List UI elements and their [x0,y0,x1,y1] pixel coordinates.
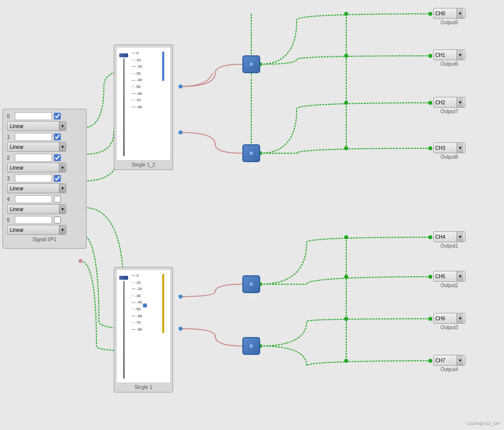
svg-point-16 [179,327,183,331]
svg-point-23 [428,317,432,321]
channel-4-row: 4 [7,195,82,203]
channel-4-input[interactable] [15,195,52,203]
linear-dropdown-1[interactable]: Linear ▼ [7,142,66,152]
output-ch5: CH5 ▼ Output2 [433,271,465,288]
signal-panel: 0 Linear ▼ 1 Linear ▼ 2 [2,109,87,249]
channel-2-check[interactable] [54,154,61,161]
channel-1-input[interactable] [15,133,52,141]
t1-block: T1 [242,55,260,73]
svg-point-36 [344,359,348,363]
ch0-label: Output5 [433,20,465,25]
svg-point-31 [344,146,348,150]
svg-point-32 [344,12,348,16]
main-canvas: 0 Linear ▼ 1 Linear ▼ 2 [0,0,504,430]
ch5-label: Output2 [433,283,465,288]
signal-panel-title: Signal I/P1 [7,237,82,242]
ch3-arrow[interactable]: ▼ [457,143,463,153]
svg-point-21 [428,235,432,239]
channel-5-input[interactable] [15,216,52,224]
svg-point-30 [344,101,348,105]
ch0-arrow[interactable]: ▼ [457,8,463,18]
svg-point-24 [428,359,432,363]
channel-2-row: 2 [7,154,82,162]
channel-2-dropdown: Linear ▼ [7,163,82,172]
channel-0-row: 0 [7,112,82,120]
svg-point-8 [79,259,83,263]
linear-dropdown-0[interactable]: Linear ▼ [7,121,66,131]
dropdown-arrow-2[interactable]: ▼ [59,163,66,172]
output-ch4: CH4 ▼ Output1 [433,231,465,249]
channel-3-input[interactable] [15,174,52,182]
svg-point-29 [344,54,348,58]
channel-3-row: 3 [7,174,82,182]
t4-block: T4 [242,337,260,355]
svg-point-33 [344,235,348,239]
channel-5-num: 5 [7,217,15,223]
ch7-arrow[interactable]: ▼ [457,355,463,365]
channel-1-dropdown: Linear ▼ [7,142,82,152]
ch4-label: Output1 [433,243,465,249]
dropdown-arrow-1[interactable]: ▼ [59,142,66,151]
svg-point-11 [179,85,183,88]
t3-label: T3 [243,294,261,299]
t4-label: T4 [243,356,261,361]
channel-0-input[interactable] [15,112,52,120]
dropdown-arrow-4[interactable]: ▼ [59,205,66,214]
channel-2-input[interactable] [15,154,52,162]
svg-point-22 [428,275,432,279]
ch4-channel[interactable]: CH4 ▼ [433,231,465,242]
ch2-channel[interactable]: CH2 ▼ [433,97,465,108]
channel-4-check[interactable] [54,196,61,203]
ch7-label: Output4 [433,367,465,372]
t3-block: T3 [242,275,260,293]
linear-dropdown-5[interactable]: Linear ▼ [7,225,66,235]
channel-3-dropdown: Linear ▼ [7,183,82,193]
ch4-arrow[interactable]: ▼ [457,232,463,242]
channel-0-num: 0 [7,114,15,119]
t4-center [249,344,254,348]
ch5-channel[interactable]: CH5 ▼ [433,271,465,282]
single12-block: 0 -10 -20 -30 -40 -50 -60 -70 -80 Single… [114,44,173,170]
watermark: CSDN@ADI_OP [466,421,500,426]
channel-3-num: 3 [7,176,15,181]
ch6-channel[interactable]: CH6 ▼ [433,313,465,324]
t3-center [249,282,254,287]
ch1-channel[interactable]: CH1 ▼ [433,49,465,60]
ch6-label: Output3 [433,325,465,330]
t2-block: T2 [242,144,260,162]
ch0-channel[interactable]: CH0 ▼ [433,8,465,19]
ch6-arrow[interactable]: ▼ [457,313,463,323]
channel-4-dropdown: Linear ▼ [7,204,82,214]
svg-point-35 [344,317,348,321]
linear-dropdown-4[interactable]: Linear ▼ [7,204,66,214]
single12-title: Single 1_2 [116,162,171,168]
dropdown-arrow-3[interactable]: ▼ [59,184,66,193]
channel-5-check[interactable] [54,216,61,223]
svg-point-19 [428,101,432,105]
linear-dropdown-3[interactable]: Linear ▼ [7,183,66,193]
ch1-arrow[interactable]: ▼ [457,50,463,60]
channel-0-check[interactable] [54,113,61,120]
svg-point-15 [179,295,183,299]
channel-4-num: 4 [7,197,15,202]
t2-center [249,151,254,156]
output-ch1: CH1 ▼ Output6 [433,49,465,67]
channel-1-check[interactable] [54,133,61,140]
dropdown-arrow-5[interactable]: ▼ [59,225,66,234]
ch3-channel[interactable]: CH3 ▼ [433,142,465,153]
ch2-arrow[interactable]: ▼ [457,97,463,107]
dropdown-arrow-0[interactable]: ▼ [59,122,66,130]
output-ch6: CH6 ▼ Output3 [433,313,465,330]
t2-label: T2 [243,163,261,168]
ch5-arrow[interactable]: ▼ [457,271,463,281]
single1-block: 0 -10 -20 -30 -40 -50 -60 -70 -80 Single… [114,267,173,392]
channel-2-num: 2 [7,155,15,161]
single1-title: Single 1 [116,385,171,390]
output-ch2: CH2 ▼ Output7 [433,97,465,114]
channel-3-check[interactable] [54,175,61,182]
ch7-channel[interactable]: CH7 ▼ [433,355,465,366]
linear-dropdown-2[interactable]: Linear ▼ [7,163,66,172]
ch1-label: Output6 [433,61,465,67]
channel-0-dropdown: Linear ▼ [7,121,82,131]
t1-label: T1 [243,74,261,79]
